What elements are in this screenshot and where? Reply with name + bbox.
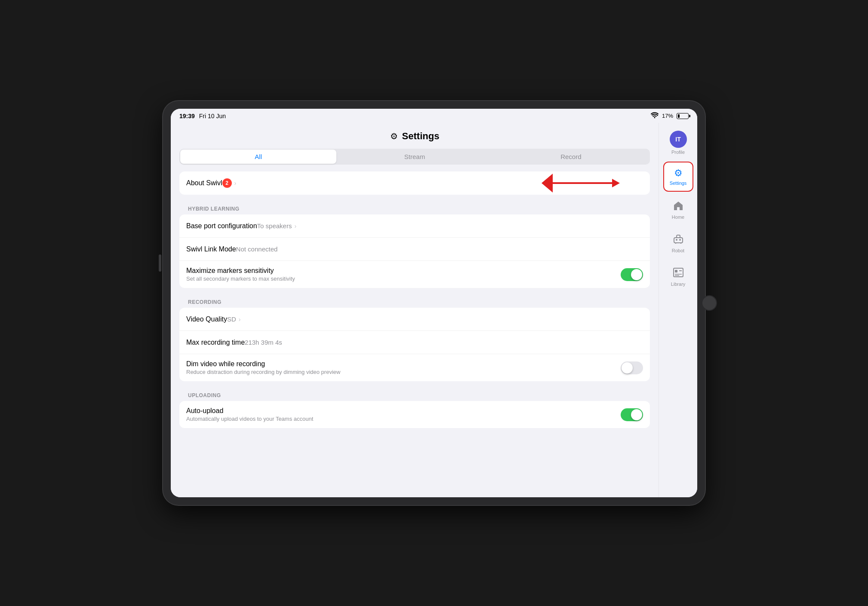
about-chevron: › <box>234 180 237 187</box>
about-card: About Swivl 2 › <box>179 171 650 195</box>
volume-button <box>159 254 161 272</box>
wifi-icon <box>651 112 659 119</box>
markers-sensitivity-row: Maximize markers sensitivity Set all sec… <box>179 261 650 288</box>
avatar: IT <box>670 131 687 148</box>
about-right: 2 › <box>222 178 237 188</box>
auto-upload-toggle[interactable] <box>621 408 643 421</box>
home-label: Home <box>672 214 684 220</box>
markers-sensitivity-label: Maximize markers sensitivity <box>186 267 621 275</box>
auto-upload-thumb <box>631 409 642 420</box>
dim-video-sublabel: Reduce distraction during recording by d… <box>186 369 621 375</box>
recording-card: Video Quality SD › Max recording time 21… <box>179 308 650 381</box>
tab-record[interactable]: Record <box>493 150 649 164</box>
markers-sensitivity-toggle[interactable] <box>621 268 643 281</box>
dim-video-row: Dim video while recording Reduce distrac… <box>179 354 650 381</box>
about-badge: 2 <box>222 178 232 188</box>
page-header: ⚙ Settings <box>171 123 659 149</box>
sidebar-item-robot[interactable]: Robot <box>663 229 693 259</box>
battery-icon <box>677 113 689 119</box>
auto-upload-row: Auto-upload Automatically upload videos … <box>179 401 650 428</box>
settings-icon: ⚙ <box>674 168 683 179</box>
base-port-row[interactable]: Base port configuration To speakers › <box>179 214 650 238</box>
sidebar: IT Profile ⚙ Settings Home <box>659 123 697 497</box>
max-recording-row: Max recording time 213h 39m 4s <box>179 331 650 354</box>
auto-upload-label: Auto-upload <box>186 407 621 415</box>
page-title: Settings <box>402 131 440 142</box>
dim-video-label: Dim video while recording <box>186 360 621 368</box>
home-icon <box>673 201 683 213</box>
max-recording-value: 213h 39m 4s <box>245 339 282 346</box>
uploading-header: UPLOADING <box>179 386 650 401</box>
svg-point-2 <box>676 239 677 241</box>
settings-label: Settings <box>670 181 687 186</box>
svg-rect-7 <box>675 270 677 272</box>
status-date: Fri 10 Jun <box>199 113 226 119</box>
arrow-head <box>612 179 620 187</box>
auto-upload-sublabel: Automatically upload videos to your Team… <box>186 416 621 422</box>
swivl-link-label: Swivl Link Mode <box>186 245 236 253</box>
arrow-line <box>552 182 612 184</box>
dim-video-group: Dim video while recording Reduce distrac… <box>186 360 621 375</box>
tab-bar: All Stream Record <box>179 149 650 165</box>
max-recording-right: 213h 39m 4s <box>245 339 282 346</box>
hybrid-learning-card: Base port configuration To speakers › Sw… <box>179 214 650 288</box>
sidebar-item-profile[interactable]: IT Profile <box>666 127 690 158</box>
tab-all[interactable]: All <box>180 150 336 164</box>
base-port-value: To speakers <box>257 222 292 230</box>
sidebar-item-settings[interactable]: ⚙ Settings <box>663 162 693 192</box>
svg-point-3 <box>679 239 681 241</box>
sidebar-item-library[interactable]: Library <box>663 262 693 292</box>
library-icon <box>673 268 683 280</box>
status-time: 19:39 <box>179 113 195 119</box>
video-quality-chevron: › <box>239 316 241 323</box>
arrow-annotation <box>542 174 620 193</box>
about-swivl-row[interactable]: About Swivl 2 › <box>179 171 650 195</box>
status-bar: 19:39 Fri 10 Jun 17% <box>171 109 697 123</box>
swivl-link-right: Not connected <box>236 245 278 253</box>
robot-icon <box>673 234 684 246</box>
markers-sensitivity-group: Maximize markers sensitivity Set all sec… <box>186 267 621 282</box>
battery-fill <box>678 114 680 118</box>
device-screen: 19:39 Fri 10 Jun 17% <box>171 109 697 497</box>
video-quality-right: SD › <box>227 315 241 323</box>
settings-list: About Swivl 2 › <box>179 171 650 432</box>
home-button[interactable] <box>702 295 717 311</box>
swivl-link-value: Not connected <box>236 245 278 253</box>
video-quality-value: SD <box>227 315 236 323</box>
base-port-chevron: › <box>294 223 296 230</box>
ipad-device: 19:39 Fri 10 Jun 17% <box>163 101 705 505</box>
content-area: ⚙ Settings All Stream Record About Swivl <box>171 123 659 497</box>
video-quality-label: Video Quality <box>186 315 227 323</box>
uploading-card: Auto-upload Automatically upload videos … <box>179 401 650 428</box>
svg-rect-0 <box>674 238 683 243</box>
video-quality-row[interactable]: Video Quality SD › <box>179 308 650 331</box>
recording-header: RECORDING <box>179 292 650 308</box>
svg-rect-1 <box>677 235 680 238</box>
dim-video-thumb <box>622 362 633 373</box>
base-port-label: Base port configuration <box>186 222 257 230</box>
markers-sensitivity-sublabel: Set all secondary markers to max sensiti… <box>186 275 621 282</box>
red-arrow <box>542 174 620 193</box>
sidebar-item-home[interactable]: Home <box>663 195 693 225</box>
main-layout: ⚙ Settings All Stream Record About Swivl <box>171 123 697 497</box>
markers-sensitivity-thumb <box>631 269 642 280</box>
dim-video-toggle[interactable] <box>621 361 643 374</box>
battery-text: 17% <box>662 113 673 119</box>
status-right: 17% <box>651 112 689 119</box>
profile-label: Profile <box>671 150 685 155</box>
base-port-right: To speakers › <box>257 222 297 230</box>
hybrid-learning-header: HYBRID LEARNING <box>179 199 650 214</box>
library-label: Library <box>671 282 686 287</box>
robot-label: Robot <box>672 248 684 253</box>
swivl-link-row[interactable]: Swivl Link Mode Not connected <box>179 238 650 261</box>
gear-icon: ⚙ <box>390 131 398 141</box>
max-recording-label: Max recording time <box>186 339 245 346</box>
auto-upload-group: Auto-upload Automatically upload videos … <box>186 407 621 422</box>
tab-stream[interactable]: Stream <box>336 150 492 164</box>
arrow-tail <box>542 174 553 193</box>
about-swivl-label: About Swivl <box>186 179 222 187</box>
